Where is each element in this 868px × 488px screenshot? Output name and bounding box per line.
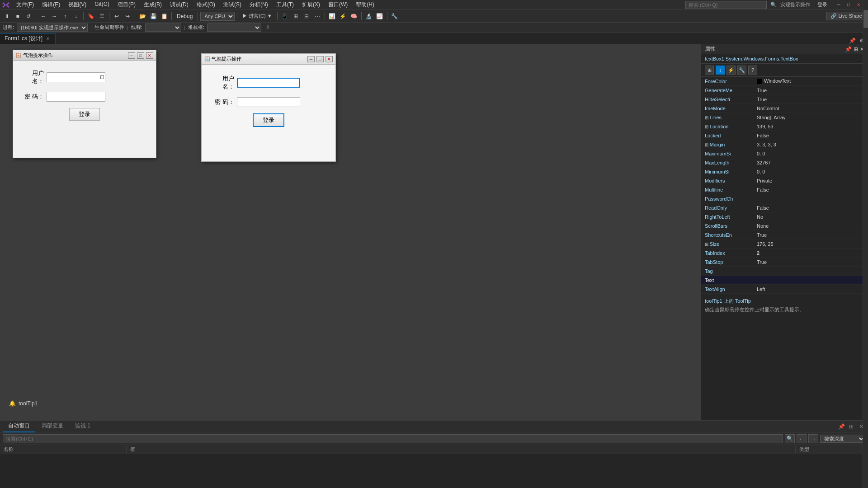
small-win-maximize[interactable]: □	[137, 52, 144, 59]
prop-lines[interactable]: Lines String[] Array	[701, 113, 868, 122]
win-close[interactable]: ✕	[854, 1, 863, 9]
toolbar-back[interactable]: ←	[38, 11, 48, 21]
menu-analyze[interactable]: 分析(N)	[246, 0, 272, 9]
toolbar-profiler[interactable]: ⚡	[338, 11, 348, 21]
toolbar-down[interactable]: ↓	[71, 11, 81, 21]
small-login-button[interactable]: 登录	[69, 108, 100, 121]
menu-project[interactable]: 项目(P)	[114, 0, 139, 9]
large-win-close[interactable]: ✕	[326, 56, 333, 62]
toolbar-restart[interactable]: ↺	[24, 11, 33, 21]
prop-minsize[interactable]: MinimumSi 0, 0	[701, 167, 868, 176]
prop-hideselect[interactable]: HideSelecti True	[701, 95, 868, 104]
menu-git[interactable]: Git(G)	[91, 0, 113, 9]
toolbar-performance[interactable]: 📊	[327, 11, 337, 21]
prop-size[interactable]: Size 176, 25	[701, 239, 868, 249]
thread-dropdown[interactable]	[145, 23, 181, 32]
small-window-title-bar[interactable]: 🪟 气泡提示操作 ─ □ ✕	[13, 50, 156, 61]
toolbar-forward[interactable]: →	[49, 11, 59, 21]
prop-textalign[interactable]: TextAlign Left	[701, 285, 868, 294]
auto-search-input[interactable]	[3, 434, 783, 443]
toolbar-save[interactable]: 💾	[148, 11, 158, 21]
auto-search-btn[interactable]: 🔍	[785, 434, 795, 443]
stack-dropdown[interactable]	[207, 23, 261, 32]
tab-close-btn[interactable]: ✕	[45, 36, 51, 42]
prop-locked[interactable]: Locked False	[701, 131, 868, 140]
prop-imemode[interactable]: ImeMode NoControl	[701, 104, 868, 113]
bottom-tab-auto[interactable]: 自动窗口	[3, 420, 35, 432]
props-pin-icon[interactable]: 📌	[845, 46, 852, 52]
small-win-close[interactable]: ✕	[146, 52, 153, 59]
toolbar-redo[interactable]: ↪	[123, 11, 132, 21]
toolbar-pause[interactable]: ⏸	[2, 11, 12, 21]
toolbar-stop[interactable]: ■	[13, 11, 23, 21]
toolbar-chart[interactable]: 📈	[375, 11, 385, 21]
toolbar-list[interactable]: ☰	[97, 11, 107, 21]
login-button[interactable]: 登录	[814, 0, 831, 9]
auto-depth-dropdown[interactable]: 搜索深度	[820, 435, 865, 443]
prop-readonly[interactable]: ReadOnly False	[701, 203, 868, 212]
toolbar-bookmark[interactable]: 🔖	[86, 11, 96, 21]
toolbar-undo[interactable]: ↩	[112, 11, 122, 21]
large-window-title-bar[interactable]: 🪟 气泡提示操作 ─ □ ✕	[202, 54, 335, 65]
props-grid-icon[interactable]: ⊞	[705, 66, 714, 75]
small-password-input[interactable]	[47, 92, 105, 102]
toolbar-up[interactable]: ↑	[60, 11, 70, 21]
props-help-icon[interactable]: ?	[748, 66, 757, 75]
prop-modifiers[interactable]: Modifiers Private	[701, 176, 868, 185]
menu-window[interactable]: 窗口(W)	[325, 0, 351, 9]
menu-search-input[interactable]	[685, 1, 767, 9]
props-event-icon[interactable]: ⚡	[726, 66, 736, 75]
menu-extensions[interactable]: 扩展(X)	[298, 0, 324, 9]
tab-pin-icon[interactable]: 📌	[849, 38, 856, 44]
toolbar-save2[interactable]: 📋	[159, 11, 169, 21]
toolbar-open[interactable]: 📂	[137, 11, 147, 21]
prop-tabindex[interactable]: TabIndex 2	[701, 249, 868, 258]
props-float-icon[interactable]: ⊞	[854, 46, 858, 52]
menu-format[interactable]: 格式(O)	[193, 0, 219, 9]
small-win-minimize[interactable]: ─	[128, 52, 135, 59]
props-prop-icon[interactable]: 🔧	[737, 66, 746, 75]
menu-tools[interactable]: 工具(T)	[273, 0, 297, 9]
toolbar-align[interactable]: ⊟	[302, 11, 311, 21]
bottom-tab-watch[interactable]: 监视 1	[70, 420, 96, 432]
large-win-minimize[interactable]: ─	[307, 56, 315, 62]
bottom-pin-icon[interactable]: 📌	[837, 422, 845, 431]
menu-debug[interactable]: 调试(D)	[166, 0, 192, 9]
prop-tabstop[interactable]: TabStop True	[701, 258, 868, 267]
toolbar-device[interactable]: 📱	[280, 11, 290, 21]
large-password-input[interactable]	[237, 97, 300, 107]
toolbar-grid[interactable]: ⊞	[291, 11, 301, 21]
cpu-dropdown[interactable]: Any CPU	[200, 12, 235, 21]
prop-text[interactable]: Text	[701, 276, 868, 285]
prop-tag[interactable]: Tag	[701, 267, 868, 276]
toolbar-memory[interactable]: 🧠	[349, 11, 359, 21]
prop-location[interactable]: Location 139, 53	[701, 122, 868, 131]
toolbar-diagnostics[interactable]: 🔬	[364, 11, 374, 21]
prop-margin[interactable]: Margin 3, 3, 3, 3	[701, 140, 868, 149]
prop-forecolor[interactable]: ForeColor WindowText	[701, 77, 868, 86]
prop-maxlength[interactable]: MaxLength 32767	[701, 158, 868, 167]
menu-help[interactable]: 帮助(H)	[352, 0, 378, 9]
props-sort-icon[interactable]: ↕	[716, 66, 725, 75]
menu-view[interactable]: 视图(V)	[65, 0, 90, 9]
toolbar-extras[interactable]: 🔧	[390, 11, 400, 21]
process-dropdown[interactable]: [16080] 实现提示操作.exe	[17, 23, 88, 32]
bottom-tab-locals[interactable]: 局部变量	[36, 420, 69, 432]
prop-multiline[interactable]: Multiline False	[701, 185, 868, 194]
small-username-input[interactable]	[47, 72, 105, 82]
large-login-button[interactable]: 登录	[253, 113, 284, 127]
win-minimize[interactable]: ─	[835, 1, 843, 9]
auto-nav-forward[interactable]: →	[808, 434, 818, 443]
bottom-float-icon[interactable]: ⊞	[847, 422, 855, 431]
menu-edit[interactable]: 编辑(E)	[38, 0, 64, 9]
prop-righttoleft[interactable]: RightToLeft No	[701, 212, 868, 221]
prop-scrollbars[interactable]: ScrollBars None	[701, 221, 868, 230]
tab-form1-design[interactable]: Form1.cs [设计] ✕	[0, 33, 56, 44]
toolbar-more[interactable]: ⋯	[312, 11, 322, 21]
menu-test[interactable]: 测试(S)	[220, 0, 245, 9]
toolbar-run[interactable]: ▶ 进宫(C) ▼	[240, 11, 274, 21]
auto-nav-back[interactable]: ←	[797, 434, 807, 443]
prop-generateme[interactable]: GenerateMe True	[701, 86, 868, 95]
menu-build[interactable]: 生成(B)	[140, 0, 165, 9]
auto-scrollbar[interactable]	[863, 0, 868, 488]
